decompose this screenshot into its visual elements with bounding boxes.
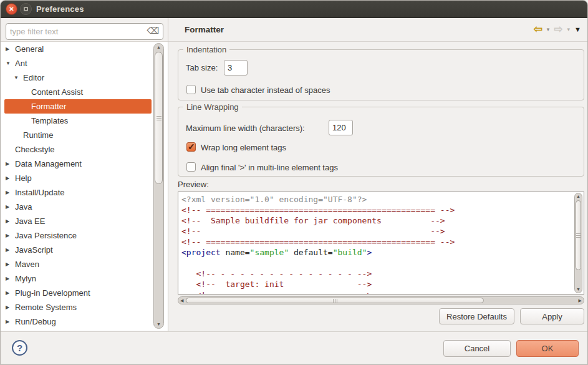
expand-icon[interactable]: ▶ — [6, 228, 15, 243]
indentation-group: Indentation Tab size: Use tab character … — [178, 49, 584, 100]
code-line: <!-- ===================================… — [178, 205, 584, 215]
back-history-dropdown-icon[interactable]: ▾ — [547, 23, 550, 36]
tree-item-formatter[interactable]: Formatter — [4, 99, 152, 114]
page-nav: ⇦ ▾ ⇨ ▾ ▼ — [534, 23, 581, 36]
scroll-down-icon[interactable]: ▼ — [154, 321, 163, 328]
indentation-group-legend: Indentation — [183, 45, 229, 54]
restore-icon[interactable] — [20, 3, 32, 15]
cancel-button[interactable]: Cancel — [443, 340, 511, 357]
tab-size-input[interactable] — [224, 60, 248, 75]
tree-item-content-assist[interactable]: Content Assist — [4, 85, 152, 99]
code-line: <project name="sample" default="build"> — [178, 247, 584, 258]
footer-bar: ? Cancel OK — [1, 331, 588, 365]
tree-item-general[interactable]: ▶General — [4, 42, 152, 56]
tree-item-label: Remote Systems — [15, 300, 77, 314]
code-line: <!-- - - - - - - - - - - - - - - --> — [178, 268, 584, 279]
restore-defaults-button[interactable]: Restore Defaults — [439, 308, 514, 324]
ok-button[interactable]: OK — [516, 340, 579, 357]
tree-item-label: Templates — [31, 114, 68, 128]
tree-item-label: Help — [15, 171, 32, 185]
expand-icon[interactable]: ▶ — [6, 286, 15, 300]
expand-icon[interactable]: ▶ — [6, 200, 15, 214]
forward-icon: ⇨ — [554, 23, 562, 36]
code-line: <!-- --> — [178, 226, 584, 236]
close-icon[interactable]: ✕ — [6, 3, 17, 15]
scroll-down-icon[interactable]: ▼ — [575, 286, 582, 293]
apply-button[interactable]: Apply — [520, 308, 584, 324]
tree-item-maven[interactable]: ▶Maven — [4, 257, 152, 271]
tree-scrollbar-thumb[interactable] — [155, 52, 163, 184]
preview-code: <?xml version="1.0" encoding="UTF-8"?><!… — [178, 192, 584, 294]
code-line: <!-- ===================================… — [178, 236, 584, 247]
tree-item-templates[interactable]: Templates — [4, 114, 152, 128]
tree-item-plug-in-development[interactable]: ▶Plug-in Development — [4, 286, 152, 300]
expand-icon[interactable]: ▶ — [6, 185, 15, 200]
tree-item-java[interactable]: ▶Java — [4, 200, 152, 214]
content-panel: Formatter ⇦ ▾ ⇨ ▾ ▼ Indentation Tab size… — [168, 18, 588, 331]
preview-vertical-scrollbar[interactable]: ▲ ▼ — [574, 193, 582, 293]
tree-item-label: Content Assist — [31, 85, 83, 99]
expand-icon[interactable]: ▶ — [6, 157, 15, 171]
help-button[interactable]: ? — [12, 340, 27, 356]
tree-item-remote-systems[interactable]: ▶Remote Systems — [4, 300, 152, 314]
tree-item-label: Maven — [15, 257, 39, 271]
tree-scrollbar[interactable]: ▲ ▼ — [153, 43, 164, 329]
tree-item-label: Formatter — [31, 99, 66, 114]
tree-item-mylyn[interactable]: ▶Mylyn — [4, 271, 152, 286]
tree-item-help[interactable]: ▶Help — [4, 171, 152, 185]
scroll-left-icon[interactable]: ◀ — [180, 297, 183, 304]
max-line-width-label: Maximum line width (characters): — [186, 124, 305, 133]
preview-hscrollbar-thumb[interactable] — [186, 298, 484, 303]
expand-icon[interactable]: ▶ — [6, 42, 15, 56]
scrollbar-grip — [576, 235, 581, 236]
back-icon[interactable]: ⇦ — [534, 23, 542, 36]
scroll-right-icon[interactable]: ▶ — [579, 297, 582, 304]
tree-item-label: Run/Debug — [15, 314, 56, 329]
tree-item-data-management[interactable]: ▶Data Management — [4, 157, 152, 171]
code-line: <?xml version="1.0" encoding="UTF-8"?> — [178, 194, 584, 205]
titlebar[interactable]: ✕ Preferences — [1, 1, 588, 18]
tree-item-label: Java EE — [15, 214, 45, 228]
tree-item-label: Editor — [23, 71, 44, 85]
align-final-checkbox[interactable] — [186, 162, 196, 172]
tree-item-ant[interactable]: ▼Ant — [4, 56, 152, 71]
filter-box: ⌫ — [6, 23, 163, 40]
expand-icon[interactable]: ▶ — [6, 243, 15, 257]
tree-item-editor[interactable]: ▼Editor — [4, 71, 152, 85]
filter-input[interactable] — [10, 24, 144, 39]
expand-icon[interactable]: ▶ — [6, 300, 15, 314]
tree-item-label: Mylyn — [15, 271, 36, 286]
wrap-long-tags-checkbox[interactable] — [186, 142, 196, 152]
preview-scrollbar-thumb[interactable] — [576, 200, 581, 270]
code-line: <!-- Sample buildfile for jar components… — [178, 215, 584, 226]
tree-item-label: Install/Update — [15, 185, 65, 200]
preferences-tree: ▶General▼Ant▼EditorContent AssistFormatt… — [1, 41, 168, 331]
expand-icon[interactable]: ▶ — [6, 314, 15, 329]
clear-filter-icon[interactable]: ⌫ — [147, 26, 159, 35]
tree-item-run-debug[interactable]: ▶Run/Debug — [4, 314, 152, 329]
tree-item-install-update[interactable]: ▶Install/Update — [4, 185, 152, 200]
view-menu-icon[interactable]: ▼ — [574, 23, 581, 36]
collapse-icon[interactable]: ▼ — [14, 71, 23, 85]
content-header: Formatter ⇦ ▾ ⇨ ▾ ▼ — [168, 18, 588, 42]
expand-icon[interactable]: ▶ — [6, 171, 15, 185]
tree-item-checkstyle[interactable]: Checkstyle — [4, 142, 152, 157]
scroll-up-icon[interactable]: ▲ — [154, 44, 163, 51]
use-tab-label: Use tab character instead of spaces — [201, 85, 330, 95]
tree-item-java-persistence[interactable]: ▶Java Persistence — [4, 228, 152, 243]
tree-item-label: Plug-in Development — [15, 286, 90, 300]
expand-icon[interactable]: ▶ — [6, 257, 15, 271]
preview-horizontal-scrollbar[interactable]: ◀ ▶ — [178, 296, 584, 304]
preview-box: <?xml version="1.0" encoding="UTF-8"?><!… — [178, 192, 584, 294]
tree-item-java-ee[interactable]: ▶Java EE — [4, 214, 152, 228]
max-line-width-input[interactable] — [329, 120, 353, 135]
expand-icon[interactable]: ▶ — [6, 271, 15, 286]
use-tab-checkbox[interactable] — [186, 85, 196, 94]
expand-icon[interactable]: ▶ — [6, 214, 15, 228]
collapse-icon[interactable]: ▼ — [6, 56, 15, 71]
scrollbar-grip — [335, 299, 335, 303]
tree-item-runtime[interactable]: Runtime — [4, 128, 152, 142]
forward-history-dropdown-icon: ▾ — [567, 23, 571, 36]
scroll-up-icon[interactable]: ▲ — [575, 193, 582, 200]
tree-item-javascript[interactable]: ▶JavaScript — [4, 243, 152, 257]
